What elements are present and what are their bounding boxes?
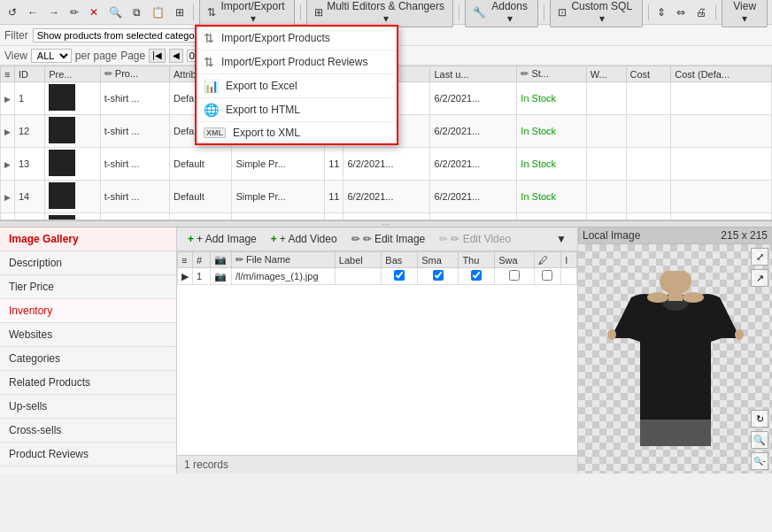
img-col-small[interactable]: Sma [418,252,459,268]
dropdown-item-import-export-products[interactable]: ⇅Import/Export Products [197,27,397,50]
col-btn[interactable]: ⇔ [673,4,689,20]
zoom-in-btn[interactable]: 🔍 [751,431,768,449]
import-export-btn[interactable]: ⇅ Import/Export ▾ [199,0,295,27]
row-id: 15 [15,213,45,221]
sep1 [193,4,194,20]
img-hide-check[interactable] [534,268,561,285]
swatch-checkbox[interactable] [509,270,520,281]
img-label[interactable] [335,268,381,285]
img-swatch-check[interactable] [495,268,534,285]
sidebar-item-description[interactable]: Description [0,251,176,275]
sidebar-item-image-gallery[interactable]: Image Gallery [0,227,176,251]
img-col-filename[interactable]: ✏ File Name [232,252,336,268]
zoom-out-btn[interactable]: 🔍- [751,452,768,470]
dropdown-item-export-html[interactable]: 🌐Export to HTML [197,98,397,122]
row-extra: 11 [325,148,344,181]
prev-page-btn[interactable]: ◀ [169,49,183,63]
edit-icon-btn[interactable]: ✏ [66,4,82,20]
view-btn[interactable]: View ▾ [722,0,768,27]
col-cost[interactable]: Cost [626,66,671,82]
col-status[interactable]: ✏ St... [517,66,586,82]
sidebar-item-product-reviews[interactable]: Product Reviews [0,443,176,466]
preview-dimensions: 215 x 215 [721,229,768,242]
filter-input[interactable] [33,28,210,42]
row-w [586,181,626,213]
refresh-btn[interactable]: ↺ [4,4,20,20]
sidebar-item-inventory[interactable]: Inventory [0,299,176,323]
first-page-btn[interactable]: |◀ [149,49,166,63]
print-btn[interactable]: 🖨 [692,4,710,20]
col-id[interactable]: ID [15,66,45,82]
sidebar-item-related-products[interactable]: Related Products [0,371,176,395]
image-preview: Local Image 215 x 215 ⤢ ↗ [577,227,772,474]
addons-btn[interactable]: 🔧 Addons ▾ [465,0,538,27]
img-col-thumb[interactable]: Thu [459,252,495,268]
table-row[interactable]: ▶ 13 t-shirt ... Default Simple Pr... 11… [1,148,772,181]
svg-point-8 [735,329,744,340]
sidebar-item-up-sells[interactable]: Up-sells [0,395,176,419]
view-select[interactable]: ALL [31,49,72,63]
row-status: In Stock [517,82,586,115]
dropdown-item-export-excel[interactable]: 📊Export to Excel [197,74,397,98]
edit-image-btn[interactable]: ✏ ✏ Edit Image [348,231,429,247]
sidebar-item-cross-sells[interactable]: Cross-sells [0,419,176,443]
paste-btn[interactable]: 📋 [148,4,168,20]
col-last-u[interactable]: Last u... [430,66,517,82]
img-col-i: I [561,252,577,268]
row-status: In Stock [517,148,586,181]
col-w[interactable]: W... [586,66,626,82]
back-btn[interactable]: ← [24,4,42,20]
thumb-checkbox[interactable] [471,270,482,281]
row-cost [626,148,671,181]
edit2-btn[interactable]: ⊞ [172,4,188,20]
sidebar-item-websites[interactable]: Websites [0,323,176,347]
col-pre[interactable]: Pre... [45,66,101,82]
edit-video-btn[interactable]: ✏ ✏ Edit Video [436,231,514,247]
table-row[interactable]: ▶ 14 t-shirt ... Default Simple Pr... 11… [1,181,772,213]
sidebar-item-categories[interactable]: Categories [0,347,176,371]
rotate-btn[interactable]: ↻ [751,410,768,428]
img-col-base[interactable]: Bas [382,252,418,268]
row-expand[interactable]: ▶ [1,148,15,181]
custom-sql-btn[interactable]: ⊡ Custom SQL ▾ [550,0,643,27]
row-id: 12 [15,115,45,148]
resize-handle[interactable]: ··· [0,220,772,227]
multi-editors-btn[interactable]: ⊞ Multi Editors & Changers ▾ [306,0,453,27]
row-expand[interactable]: ▶ [1,213,15,221]
import-export-icon: ⇅ [207,6,216,19]
col-cost-def[interactable]: Cost (Defa... [671,66,772,82]
col-pro[interactable]: ✏ Pro... [100,66,169,82]
img-col-label[interactable]: Label [335,252,381,268]
addons-label: Addons ▾ [489,0,530,25]
img-col-camera: 📷 [211,252,232,268]
sidebar-item-tier-price[interactable]: Tier Price [0,275,176,299]
dropdown-item-export-xml[interactable]: XMLExport to XML [197,122,397,143]
view-label: View ▾ [730,0,760,25]
filter-label: Filter [4,29,28,42]
dropdown-item-import-export-reviews[interactable]: ⇅Import/Export Product Reviews [197,50,397,74]
add-image-btn[interactable]: + + Add Image [184,231,260,247]
sort-btn[interactable]: ⇕ [653,4,669,20]
img-small-check[interactable] [418,268,459,285]
pencil-icon2: ✏ [439,233,448,245]
add-video-btn[interactable]: + + Add Video [267,231,341,247]
img-col-swatch[interactable]: Swa [495,252,534,268]
expand-preview-btn[interactable]: ⤢ [751,248,768,266]
base-checkbox[interactable] [394,270,405,281]
row-expand[interactable]: ▶ [1,82,15,115]
img-thumb-check[interactable] [459,268,495,285]
row-expand[interactable]: ▶ [1,115,15,148]
img-base-check[interactable] [382,268,418,285]
hide-checkbox[interactable] [542,270,552,281]
copy-btn[interactable]: ⧉ [129,4,144,20]
img-expand[interactable]: ▶ [178,268,193,285]
open-external-btn[interactable]: ↗ [751,269,768,287]
row-attr: Simple Pr... [232,148,325,181]
delete-btn[interactable]: ✕ [86,4,102,20]
preview-icons-bottom: ↻ 🔍 🔍- [751,410,768,470]
dropdown-arrow-btn[interactable]: ▼ [552,231,570,247]
search-btn[interactable]: 🔍 [105,4,126,20]
small-checkbox[interactable] [433,270,444,281]
forward-btn[interactable]: → [45,4,63,20]
row-expand[interactable]: ▶ [1,181,15,213]
